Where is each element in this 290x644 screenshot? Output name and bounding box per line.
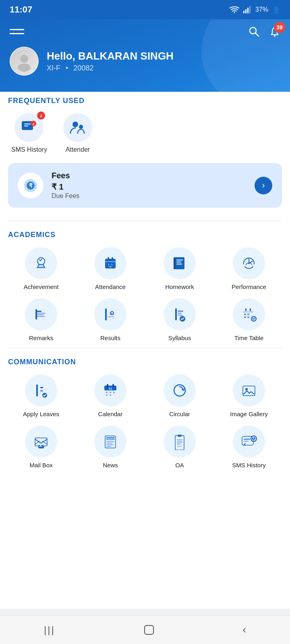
- svg-rect-24: [105, 261, 116, 262]
- user-sub: XI-F • 20082: [47, 64, 174, 72]
- academics-item-results[interactable]: A+ Results: [77, 298, 143, 341]
- comm-item-news[interactable]: NEWS News: [77, 425, 143, 469]
- svg-rect-58: [247, 314, 249, 315]
- svg-point-0: [234, 12, 235, 13]
- svg-rect-30: [176, 264, 182, 264]
- svg-rect-97: [177, 446, 182, 447]
- divider-2: [8, 348, 282, 348]
- fees-card[interactable]: ₹ Fees ₹ 1 Due Fees ›: [8, 163, 282, 208]
- svg-rect-75: [110, 394, 111, 396]
- nav-back-button[interactable]: |||: [44, 624, 55, 636]
- svg-rect-4: [249, 6, 251, 13]
- frequently-used-items: z z SMS History Attender: [8, 113, 282, 153]
- comm-item-oa[interactable]: OA: [147, 425, 213, 469]
- search-button[interactable]: [248, 26, 259, 37]
- fees-due: Due Fees: [52, 192, 246, 200]
- user-name: Hello, BALKARAN SINGH: [47, 50, 174, 62]
- fees-info: Fees ₹ 1 Due Fees: [52, 171, 246, 200]
- attender-icon-circle: [63, 113, 92, 142]
- sms-history2-label: SMS History: [232, 462, 265, 469]
- mailbox-icon: [25, 425, 57, 458]
- svg-rect-96: [177, 444, 181, 444]
- academics-item-achievement[interactable]: Achievement: [8, 247, 74, 290]
- svg-rect-100: [244, 439, 250, 440]
- comm-item-calendar[interactable]: 31 Calendar: [77, 374, 143, 417]
- comm-item-circular[interactable]: Circular: [147, 374, 213, 417]
- svg-rect-72: [110, 392, 111, 393]
- communication-grid: Apply Leaves 31: [8, 374, 282, 469]
- communication-title: COMMUNICATION: [8, 358, 282, 366]
- svg-text:A+: A+: [110, 312, 114, 316]
- comm-item-image-gallery[interactable]: Image Gallery: [216, 374, 282, 417]
- frequently-used-section: FREQUENTLY USED z z SMS History: [8, 97, 282, 153]
- nav-recent-button[interactable]: ‹: [242, 623, 246, 636]
- svg-rect-51: [178, 315, 182, 316]
- homework-label: Homework: [165, 283, 194, 290]
- comm-item-apply-leaves[interactable]: Apply Leaves: [8, 374, 74, 417]
- achievement-icon: [25, 247, 57, 279]
- academics-item-timetable[interactable]: Time Table: [216, 298, 282, 341]
- performance-label: Performance: [232, 283, 266, 290]
- academics-item-syllabus[interactable]: Syllabus: [147, 298, 213, 341]
- fees-amount: ₹ 1: [52, 182, 246, 192]
- svg-point-8: [20, 55, 28, 63]
- timetable-label: Time Table: [234, 334, 264, 341]
- achievement-label: Achievement: [24, 283, 59, 290]
- freq-item-sms-history[interactable]: z z SMS History: [11, 113, 47, 153]
- user-class: XI-F: [47, 64, 60, 72]
- svg-text:₹: ₹: [29, 182, 33, 189]
- svg-rect-2: [245, 9, 246, 13]
- academics-item-attendance[interactable]: Attendance: [77, 247, 143, 290]
- image-gallery-label: Image Gallery: [230, 411, 267, 417]
- fees-arrow-button[interactable]: ›: [255, 177, 272, 194]
- academics-item-performance[interactable]: Performance: [216, 247, 282, 290]
- comm-item-mailbox[interactable]: Mail Box: [8, 425, 74, 469]
- freq-item-attender[interactable]: Attender: [62, 113, 94, 153]
- nav-home-button[interactable]: [143, 624, 155, 636]
- svg-rect-93: [178, 435, 182, 437]
- svg-rect-71: [106, 392, 108, 393]
- frequently-used-title: FREQUENTLY USED: [8, 97, 282, 105]
- svg-rect-57: [244, 314, 246, 315]
- svg-point-5: [250, 27, 256, 34]
- svg-rect-3: [247, 8, 249, 13]
- academics-item-remarks[interactable]: Remarks: [8, 298, 74, 341]
- svg-rect-49: [178, 311, 183, 312]
- svg-point-16: [79, 125, 83, 129]
- fees-icon: ₹: [18, 173, 44, 198]
- notification-badge: 39: [274, 22, 285, 33]
- performance-icon: [233, 247, 265, 279]
- svg-rect-101: [244, 441, 249, 442]
- comm-item-sms-history[interactable]: SMS History: [216, 425, 282, 469]
- svg-rect-68: [107, 384, 108, 387]
- status-bar: 11:07 37% 👤: [0, 0, 290, 19]
- svg-rect-73: [113, 392, 115, 393]
- academics-item-homework[interactable]: Homework: [147, 247, 213, 290]
- user-roll: 20082: [73, 64, 93, 72]
- calendar-label: Calendar: [98, 411, 123, 417]
- svg-point-7: [274, 35, 276, 37]
- attendance-icon: [94, 247, 126, 279]
- status-time: 11:07: [10, 4, 32, 15]
- signal-icon: [243, 6, 251, 13]
- svg-text:NEWS: NEWS: [107, 438, 114, 440]
- svg-rect-23: [112, 257, 113, 260]
- svg-rect-59: [244, 316, 246, 318]
- svg-text:31: 31: [109, 387, 112, 390]
- svg-rect-28: [176, 260, 183, 260]
- sms-history-icon-circle: z z: [14, 113, 44, 142]
- hamburger-menu[interactable]: [10, 29, 24, 34]
- svg-rect-91: [175, 436, 184, 450]
- calendar-icon: 31: [94, 374, 126, 407]
- mailbox-label: Mail Box: [29, 462, 53, 469]
- svg-rect-69: [112, 384, 114, 387]
- svg-rect-43: [105, 308, 107, 320]
- svg-rect-94: [177, 440, 182, 440]
- notification-button[interactable]: 39: [269, 26, 280, 37]
- svg-point-9: [18, 64, 31, 72]
- svg-point-34: [243, 264, 246, 266]
- header-top: 39: [10, 26, 280, 37]
- svg-rect-89: [106, 444, 114, 445]
- results-icon: A+: [94, 298, 126, 330]
- svg-rect-27: [175, 257, 184, 269]
